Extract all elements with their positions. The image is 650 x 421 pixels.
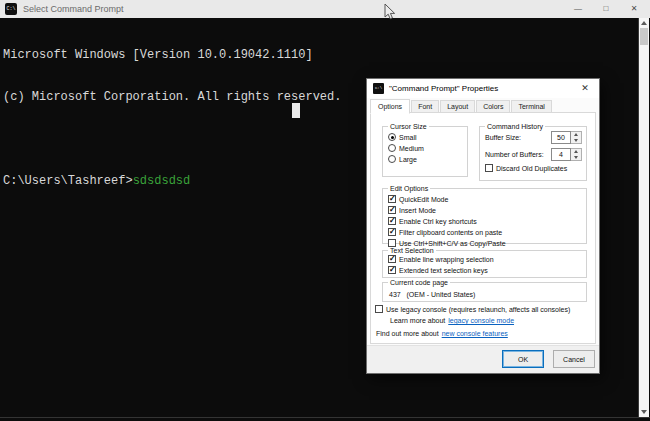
spinner-down-button[interactable] (571, 155, 581, 161)
group-label: Cursor Size (388, 123, 429, 130)
console-scrollbar[interactable] (638, 18, 649, 417)
checkbox-label: Enable line wrapping selection (399, 256, 494, 263)
tab-terminal[interactable]: Terminal (511, 100, 551, 113)
buffer-size-row: Buffer Size: 50 (485, 131, 582, 144)
checkbox-label: Enable Ctrl key shortcuts (399, 218, 477, 225)
radio-large[interactable] (388, 155, 396, 163)
extended-keys-checkbox[interactable] (388, 266, 396, 274)
line-wrapping-checkbox[interactable] (388, 255, 396, 263)
window-bottom-border (0, 417, 650, 418)
console-window-title: Select Command Prompt (23, 4, 124, 14)
num-buffers-label: Number of Buffers: (485, 151, 551, 158)
radio-small[interactable] (388, 133, 396, 141)
spinner-down-button[interactable] (571, 138, 581, 144)
radio-row: Medium (388, 144, 467, 152)
console-prompt-line: C:\Users\Tashreef>sdsdsdsd (3, 174, 341, 188)
command-history-group: Command History Buffer Size: 50 Number o… (479, 126, 587, 181)
chevron-up-icon (574, 133, 578, 136)
dialog-tabstrip: Options Font Layout Colors Terminal (370, 99, 553, 113)
quickedit-checkbox[interactable] (388, 195, 396, 203)
checkbox-label: Use legacy console (requires relaunch, a… (386, 306, 570, 313)
scroll-down-button[interactable] (639, 407, 649, 417)
checkbox-label: Discard Old Duplicates (496, 165, 567, 172)
buffer-size-label: Buffer Size: (485, 134, 551, 141)
checkbox-label: Extended text selection keys (399, 267, 488, 274)
group-label: Edit Options (388, 185, 430, 192)
radio-label: Large (399, 156, 417, 163)
radio-row: Large (388, 155, 467, 163)
num-buffers-spinner (571, 148, 582, 161)
window-controls: — □ ✕ (564, 0, 648, 18)
checkbox-label: Insert Mode (399, 207, 436, 214)
chevron-up-icon (641, 21, 647, 25)
buffer-size-spinner (571, 131, 582, 144)
find-out-more-text: Find out more about (376, 330, 439, 337)
scroll-up-button[interactable] (639, 18, 649, 28)
checkbox-label: Filter clipboard contents on paste (399, 229, 502, 236)
radio-label: Small (399, 134, 417, 141)
find-out-more-row: Find out more about new console features (376, 330, 508, 337)
prompt-path: C:\Users\Tashreef> (3, 174, 133, 188)
learn-more-row: Learn more about legacy console mode (390, 317, 514, 324)
console-output: Microsoft Windows [Version 10.0.19042.11… (3, 20, 341, 216)
tab-font[interactable]: Font (411, 100, 439, 113)
cursor-size-group: Cursor Size Small Medium Large (382, 126, 468, 177)
checkbox-row: Insert Mode (388, 206, 586, 214)
checkbox-row: Extended text selection keys (388, 266, 586, 274)
tab-layout[interactable]: Layout (440, 100, 475, 113)
filter-clipboard-checkbox[interactable] (388, 228, 396, 236)
close-button[interactable]: ✕ (620, 0, 648, 18)
dialog-button-strip: OK Cancel (367, 345, 599, 373)
insert-mode-checkbox[interactable] (388, 206, 396, 214)
group-label: Text Selection (388, 247, 436, 254)
console-titlebar[interactable]: C:\ Select Command Prompt — □ ✕ (0, 0, 650, 18)
options-tab-page: Cursor Size Small Medium Large Command H… (370, 112, 596, 344)
chevron-down-icon (574, 156, 578, 159)
ctrl-shift-copy-paste-checkbox[interactable] (388, 239, 396, 247)
text-selection-group: Text Selection Enable line wrapping sele… (382, 250, 587, 278)
checkbox-label: Use Ctrl+Shift+C/V as Copy/Paste (399, 240, 506, 247)
radio-row: Small (388, 133, 467, 141)
checkbox-row: QuickEdit Mode (388, 195, 586, 203)
checkbox-row: Discard Old Duplicates (485, 164, 586, 172)
typed-command: sdsdsdsd (133, 174, 191, 188)
checkbox-row: Enable line wrapping selection (388, 255, 586, 263)
learn-more-text: Learn more about (390, 317, 445, 324)
discard-duplicates-checkbox[interactable] (485, 164, 493, 172)
legacy-console-row: Use legacy console (requires relaunch, a… (375, 305, 570, 313)
buffer-size-input[interactable]: 50 (551, 131, 571, 144)
scrollbar-thumb[interactable] (640, 28, 648, 45)
new-console-features-link[interactable]: new console features (442, 330, 508, 337)
checkbox-row: Enable Ctrl key shortcuts (388, 217, 586, 225)
checkbox-label: QuickEdit Mode (399, 196, 448, 203)
chevron-down-icon (641, 410, 647, 414)
ctrl-shortcuts-checkbox[interactable] (388, 217, 396, 225)
chevron-down-icon (574, 139, 578, 142)
dialog-close-button[interactable]: ✕ (571, 79, 599, 98)
maximize-button[interactable]: □ (592, 0, 620, 18)
tab-colors[interactable]: Colors (476, 100, 510, 113)
text-cursor (292, 103, 300, 118)
num-buffers-row: Number of Buffers: 4 (485, 148, 582, 161)
console-line: (c) Microsoft Corporation. All rights re… (3, 90, 341, 104)
mouse-pointer-icon (384, 3, 396, 24)
properties-dialog: C:\ "Command Prompt" Properties ✕ Option… (366, 78, 600, 374)
console-blank-line (3, 132, 341, 146)
group-label: Current code page (388, 279, 450, 286)
legacy-console-mode-link[interactable]: legacy console mode (448, 317, 514, 324)
checkbox-row: Use Ctrl+Shift+C/V as Copy/Paste (388, 239, 586, 247)
num-buffers-input[interactable]: 4 (551, 148, 571, 161)
cmd-icon: C:\ (373, 83, 384, 94)
legacy-console-checkbox[interactable] (375, 305, 383, 313)
radio-label: Medium (399, 145, 424, 152)
code-page-group: Current code page 437 (OEM - United Stat… (382, 282, 587, 302)
radio-medium[interactable] (388, 144, 396, 152)
minimize-button[interactable]: — (564, 0, 592, 18)
cancel-button[interactable]: Cancel (553, 350, 595, 368)
edit-options-group: Edit Options QuickEdit Mode Insert Mode … (382, 188, 587, 244)
code-page-value: 437 (OEM - United States) (389, 291, 586, 298)
checkbox-row: Filter clipboard contents on paste (388, 228, 586, 236)
ok-button[interactable]: OK (502, 350, 544, 368)
dialog-titlebar[interactable]: C:\ "Command Prompt" Properties ✕ (367, 79, 599, 98)
tab-options[interactable]: Options (370, 99, 410, 114)
